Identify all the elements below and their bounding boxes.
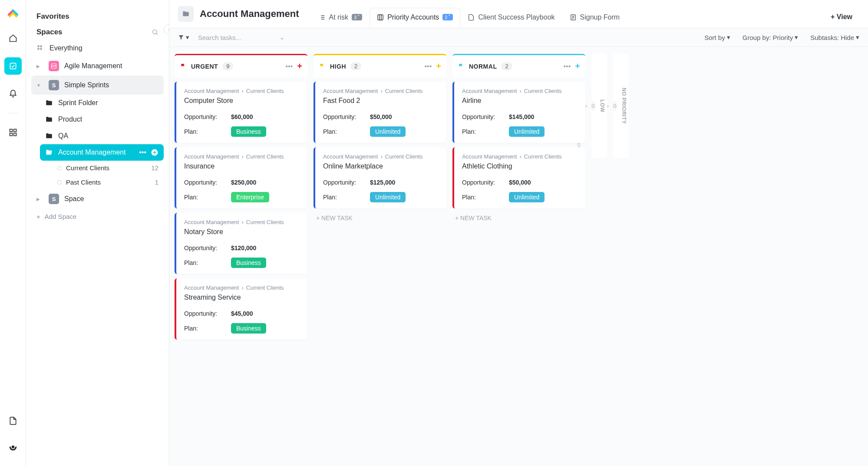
more-icon[interactable]: ••• [139, 149, 146, 156]
list-past-clients[interactable]: Past Clients 1 [52, 175, 164, 189]
add-task-icon[interactable]: + [436, 61, 441, 71]
tab-label: Priority Accounts [387, 13, 439, 21]
field-label: Plan: [184, 194, 222, 201]
chevron-right-icon: ▶ [36, 197, 43, 202]
svg-point-8 [40, 46, 42, 47]
chevron-right-icon: ▶ [36, 64, 43, 69]
tab-label: Client Success Playbook [478, 13, 554, 21]
filter-button[interactable]: ▾ [178, 33, 189, 41]
breadcrumb: Account Management›Current Clients [184, 153, 301, 160]
nav-label: Account Management [58, 149, 126, 156]
record-icon[interactable] [4, 438, 22, 456]
folder-qa[interactable]: QA [40, 128, 164, 144]
task-card[interactable]: Account Management›Current ClientsAthlet… [452, 147, 585, 208]
more-icon[interactable]: ••• [286, 63, 293, 70]
search-input[interactable]: Search tasks... ⌄ [198, 33, 285, 41]
list-current-clients[interactable]: Current Clients 12 [52, 161, 164, 175]
field-label: Plan: [323, 128, 361, 135]
tab-priority-accounts[interactable]: Priority Accounts 2 ˅ [370, 8, 460, 26]
task-title: Fast Food 2 [323, 97, 440, 105]
field-value: $125,000 [370, 179, 395, 186]
svg-point-6 [153, 30, 157, 34]
chevron-down-icon: ▼ [36, 83, 43, 88]
add-icon[interactable] [151, 149, 158, 156]
plus-icon: + [36, 213, 40, 220]
field-label: Opportunity: [184, 113, 222, 120]
notifications-icon[interactable] [4, 85, 22, 102]
tab-at-risk[interactable]: At risk 3 ˅ [311, 8, 370, 26]
tab-signup-form[interactable]: Signup Form [562, 8, 627, 26]
plan-tag: Business [231, 258, 266, 268]
column-title: URGENT [191, 63, 218, 70]
field-value: $250,000 [231, 179, 256, 186]
column-count: 9 [222, 62, 233, 70]
nav-label: Everything [50, 44, 83, 52]
new-task-button[interactable]: + NEW TASK [314, 208, 446, 228]
home-icon[interactable] [4, 30, 22, 47]
collapsed-column[interactable]: NO PRIORITY0› [613, 54, 629, 158]
field-label: Opportunity: [323, 179, 361, 186]
chevron-right-icon: › [585, 103, 587, 109]
chevron-right-icon: › [607, 103, 609, 109]
toolbar: ▾ Search tasks... ⌄ Sort by ▾ Group by: … [169, 28, 868, 47]
folder-icon [178, 6, 194, 22]
form-icon [570, 14, 577, 21]
folder-product[interactable]: Product [40, 111, 164, 128]
new-task-button[interactable]: + NEW TASK [452, 208, 585, 228]
space-agile[interactable]: ▶ Agile Management [31, 56, 164, 76]
add-view-button[interactable]: + View [824, 8, 859, 26]
search-icon[interactable] [152, 29, 158, 36]
field-label: Opportunity: [323, 113, 361, 120]
field-value: $50,000 [370, 113, 392, 120]
folder-sprint[interactable]: Sprint Folder [40, 95, 164, 111]
breadcrumb: Account Management›Current Clients [184, 88, 301, 94]
folder-account-management[interactable]: Account Management ••• [40, 144, 164, 161]
plan-tag: Business [231, 323, 266, 334]
tab-client-success[interactable]: Client Success Playbook [460, 8, 562, 26]
tasks-icon[interactable] [4, 57, 22, 75]
divider [8, 113, 18, 113]
nav-label: Sprint Folder [58, 99, 98, 107]
field-value: $50,000 [509, 179, 531, 186]
column-count: 0 [613, 102, 617, 110]
plan-tag: Enterprise [231, 192, 269, 202]
column-high: HIGH2•••+Account Management›Current Clie… [314, 54, 446, 228]
task-card[interactable]: Account Management›Current ClientsOnline… [314, 147, 446, 208]
task-card[interactable]: Account Management›Current ClientsAirlin… [452, 82, 585, 143]
chevron-down-icon: ▾ [186, 33, 189, 41]
add-space-label: Add Space [45, 213, 76, 220]
subtasks-button[interactable]: Subtasks: Hide ▾ [810, 33, 859, 41]
docs-icon[interactable] [4, 412, 22, 430]
column-header[interactable]: NORMAL2•••+ [452, 54, 585, 77]
space-simple-sprints[interactable]: ▼ S Simple Sprints [31, 76, 164, 95]
task-card[interactable]: Account Management›Current ClientsStream… [175, 278, 307, 340]
column-header[interactable]: HIGH2•••+ [314, 54, 446, 77]
task-card[interactable]: Account Management›Current ClientsNotary… [175, 213, 307, 274]
more-icon[interactable]: ••• [564, 63, 571, 70]
space-generic[interactable]: ▶ S Space [31, 189, 164, 208]
task-title: Airline [462, 97, 579, 105]
field-value: $60,000 [231, 113, 253, 120]
tab-badge: 3 ˅ [352, 14, 362, 20]
add-task-icon[interactable]: + [297, 61, 302, 71]
add-task-icon[interactable]: + [575, 61, 580, 71]
folder-icon [45, 116, 53, 123]
collapsed-column[interactable]: LOW0›COLLAPSE GROUP [591, 54, 607, 158]
group-by-button[interactable]: Group by: Priority ▾ [743, 33, 799, 41]
collapse-sidebar-button[interactable]: ‹ [164, 24, 169, 35]
search-placeholder: Search tasks... [198, 34, 241, 41]
space-icon [49, 61, 59, 71]
task-card[interactable]: Account Management›Current ClientsFast F… [314, 82, 446, 143]
task-card[interactable]: Account Management›Current ClientsInsura… [175, 147, 307, 208]
column-header[interactable]: URGENT9•••+ [175, 54, 307, 77]
nav-label: Space [64, 195, 84, 203]
sort-by-button[interactable]: Sort by ▾ [704, 33, 730, 41]
task-card[interactable]: Account Management›Current ClientsComput… [175, 82, 307, 143]
column-count: 2 [501, 62, 512, 70]
field-value: $145,000 [509, 113, 534, 120]
apps-icon[interactable] [4, 124, 22, 141]
grid-icon [36, 44, 44, 52]
more-icon[interactable]: ••• [425, 63, 432, 70]
everything-nav[interactable]: Everything [31, 40, 164, 56]
add-space-button[interactable]: + Add Space [31, 208, 164, 225]
